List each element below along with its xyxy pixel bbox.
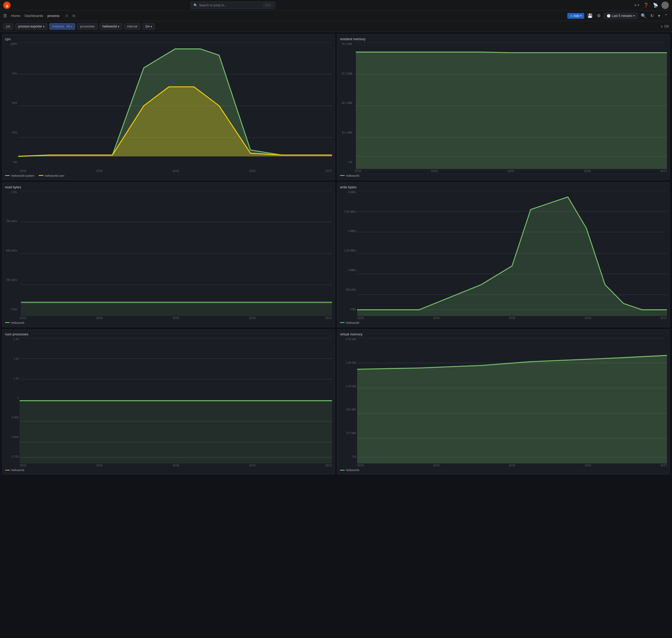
num-processes-chart (20, 338, 332, 464)
read-bytes-area (21, 302, 332, 316)
refresh-button[interactable]: ↻ (649, 12, 655, 19)
virtual-memory-y-axis: 2.33 GiB 1.86 GiB 1.40 GiB 954 MiB 477 M… (340, 338, 357, 458)
hamburger-icon[interactable]: ☰ (3, 13, 7, 18)
cpu-y-axis: 100% 75% 50% 25% 0% (5, 43, 18, 164)
write-bytes-panel: write bytes 3 MB/s 2.50 MB/s 2 MB/s 1.50… (337, 182, 670, 327)
add-button[interactable]: ⊞ Add ▾ (567, 13, 584, 19)
interval-select[interactable]: 1m ▾ (142, 23, 155, 30)
num-processes-legend-line (5, 470, 10, 471)
resident-memory-x-axis: 19:53 19:54 19:55 19:56 19:57 (340, 170, 667, 172)
breadcrumb-bar: ☰ Home › Dashboards › process ☆ ⎋ ⊞ Add … (0, 11, 672, 21)
virtual-memory-legend-label: helloworld (346, 468, 359, 472)
num-processes-x-axis: 19:53 19:54 19:55 19:56 19:57 (5, 464, 332, 467)
share-button[interactable]: ⎋ (72, 13, 76, 19)
virtual-memory-chart (357, 338, 667, 464)
cpu-user-legend-label: helloworld-user (45, 174, 65, 177)
resident-memory-title: resident memory (340, 37, 667, 41)
save-button[interactable]: 💾 (586, 12, 594, 19)
instance-select[interactable]: instance All ▾ (49, 23, 75, 30)
read-bytes-legend-line (5, 322, 10, 323)
job-select[interactable]: process-exporter ▾ (15, 23, 47, 30)
read-bytes-legend: helloworld (5, 321, 332, 324)
virtual-memory-x-axis: 19:53 19:54 19:55 19:56 19:57 (340, 464, 667, 467)
cpu-system-legend-label: helloworld-system (11, 174, 34, 177)
more-button[interactable]: ▾ (657, 12, 661, 19)
num-processes-legend-label: helloworld (11, 468, 24, 472)
star-button[interactable]: ☆ (64, 12, 70, 19)
breadcrumb: Home › Dashboards › process (11, 14, 59, 18)
virtual-memory-legend: helloworld (340, 468, 667, 472)
write-bytes-legend-hw: helloworld (340, 321, 359, 324)
breadcrumb-actions: ☆ ⎋ (64, 12, 76, 19)
avatar[interactable] (661, 2, 669, 9)
num-processes-legend: helloworld (5, 468, 332, 472)
cpu-legend-system: helloworld-system (5, 174, 34, 177)
virtual-memory-legend-line (340, 470, 345, 471)
virtual-memory-title: virtual memory (340, 332, 667, 336)
resident-memory-panel: resident memory 76.3 MiB 57.2 MiB 38.1 M… (337, 34, 670, 180)
breadcrumb-sep1: › (22, 14, 23, 18)
zoom-out-button[interactable]: 🔍 (640, 12, 647, 19)
write-bytes-chart (357, 191, 667, 316)
breadcrumb-home[interactable]: Home (11, 14, 20, 18)
cpu-legend-user: helloworld-user (39, 174, 65, 177)
num-processes-panel: num processes 1.30 1.20 1.10 1 0.900 0.8… (2, 329, 335, 475)
resident-memory-legend-label: helloworld (346, 174, 359, 177)
read-bytes-legend-hw: helloworld (5, 321, 24, 324)
cpu-legend: helloworld-system helloworld-user (5, 174, 332, 177)
grafana-logo: 🔥 (3, 2, 11, 9)
num-processes-area (20, 401, 332, 464)
processes-label: processes (77, 23, 98, 30)
cpu-system-legend-line (5, 175, 10, 176)
resident-memory-area (356, 52, 667, 169)
os-toggle[interactable]: ≡ OS (661, 24, 669, 28)
resident-memory-legend: helloworld (340, 174, 667, 177)
job-label: job (3, 23, 13, 30)
write-bytes-area (357, 197, 667, 316)
search-bar[interactable]: 🔍 Search or jump to... ctrl+k (191, 2, 275, 9)
read-bytes-y-axis: 1 B/s 750 mB/s 500 mB/s 250 mB/s 0 B/s (5, 191, 18, 311)
nav-actions: + ▾ ❓ 📡 (633, 2, 669, 9)
help-button[interactable]: ❓ (642, 2, 650, 9)
new-button[interactable]: + ▾ (633, 2, 640, 9)
cpu-panel: cpu 100% 75% 50% 25% 0% (2, 34, 335, 180)
read-bytes-title: read bytes (5, 185, 332, 189)
time-range-button[interactable]: 🕐 Last 5 minutes ▾ (604, 13, 638, 19)
cpu-user-legend-line (39, 175, 44, 176)
collapse-button[interactable]: ⌃ (663, 12, 669, 19)
resident-memory-chart (356, 43, 667, 169)
interval-label: interval (124, 23, 140, 30)
write-bytes-legend-label: helloworld (346, 321, 359, 324)
num-processes-y-axis: 1.30 1.20 1.10 1 0.900 0.800 0.700 (5, 338, 20, 458)
write-bytes-legend-line (340, 322, 345, 323)
write-bytes-y-axis: 3 MB/s 2.50 MB/s 2 MB/s 1.50 MB/s 1 MB/s… (340, 191, 357, 311)
search-placeholder: Search or jump to... (199, 3, 227, 7)
resident-memory-y-axis: 76.3 MiB 57.2 MiB 38.1 MiB 19.1 MiB 0 B (340, 43, 353, 164)
search-shortcut: ctrl+k (263, 3, 272, 7)
resident-memory-legend-hw: helloworld (340, 174, 359, 177)
rss-button[interactable]: 📡 (652, 2, 659, 9)
cpu-chart (18, 43, 332, 169)
breadcrumb-right: ⊞ Add ▾ 💾 ⚙ 🕐 Last 5 minutes ▾ 🔍 ↻ ▾ ⌃ (567, 12, 669, 19)
breadcrumb-dashboards[interactable]: Dashboards (24, 14, 43, 18)
write-bytes-legend: helloworld (340, 321, 667, 324)
top-nav: 🔥 🔍 Search or jump to... ctrl+k + ▾ ❓ 📡 (0, 0, 672, 11)
cpu-user-area (18, 87, 332, 156)
cpu-title: cpu (5, 37, 332, 41)
num-processes-title: num processes (5, 332, 332, 336)
breadcrumb-sep2: › (45, 14, 46, 18)
search-icon: 🔍 (193, 3, 197, 7)
write-bytes-x-axis: 19:53 19:54 19:55 19:56 19:57 (340, 317, 667, 320)
cpu-x-axis: 19:53 19:54 19:55 19:56 19:57 (5, 170, 332, 172)
processes-select[interactable]: helloworld ▾ (100, 23, 122, 30)
breadcrumb-current: process (47, 14, 59, 18)
read-bytes-panel: read bytes 1 B/s 750 mB/s 500 mB/s 250 m… (2, 182, 335, 327)
virtual-memory-area (357, 355, 667, 464)
settings-button[interactable]: ⚙ (596, 12, 602, 19)
resident-memory-legend-line (340, 175, 345, 176)
read-bytes-x-axis: 19:53 19:54 19:55 19:56 19:57 (5, 317, 332, 320)
read-bytes-chart (21, 191, 332, 316)
write-bytes-title: write bytes (340, 185, 667, 189)
dashboard-grid: cpu 100% 75% 50% 25% 0% (0, 32, 672, 477)
virtual-memory-panel: virtual memory 2.33 GiB 1.86 GiB 1.40 Gi… (337, 329, 670, 475)
